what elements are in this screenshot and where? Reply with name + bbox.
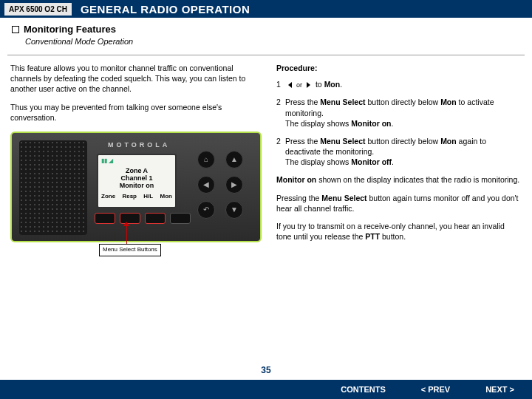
softkey-resp: Resp xyxy=(122,193,137,201)
radio-graphic: MOTOROLA ▮▮ ◢ Zone A Channel 1 Monitor o… xyxy=(10,132,262,242)
brand-label: MOTOROLA xyxy=(108,140,170,149)
procedure-heading: Procedure: xyxy=(276,63,522,73)
svg-marker-0 xyxy=(288,82,292,88)
step-1: 1 or to Mon. xyxy=(276,79,522,89)
nav-right-icon: ▶ xyxy=(225,176,243,194)
page-number: 35 xyxy=(261,365,270,380)
prev-link[interactable]: < PREV xyxy=(403,385,468,394)
note-monitor-off: Pressing the Menu Select button again tu… xyxy=(276,193,522,214)
intro-para-1: This feature allows you to monitor chann… xyxy=(10,63,263,95)
down-icon: ▼ xyxy=(225,201,243,219)
step-num-1: 1 xyxy=(276,79,285,89)
or-label: or xyxy=(296,81,302,89)
top-bar: APX 6500 O2 CH GENERAL RADIO OPERATION xyxy=(0,0,532,18)
section-title: Monitoring Features xyxy=(24,24,116,35)
footer-bar: CONTENTS < PREV NEXT > xyxy=(0,380,532,399)
model-tag: APX 6500 O2 CH xyxy=(4,3,72,16)
step-2-text: Press the Menu Select button directly be… xyxy=(285,97,522,129)
page-title: GENERAL RADIO OPERATION xyxy=(81,3,250,16)
softkey-hl: H/L xyxy=(143,193,153,201)
softkey-zone: Zone xyxy=(101,193,115,201)
right-column: Procedure: 1 or to Mon. 2 Press the Menu… xyxy=(276,63,522,249)
svg-marker-1 xyxy=(307,82,310,88)
menu-select-buttons xyxy=(95,213,191,224)
step-num-3: 2 xyxy=(276,136,285,168)
step-1-text: or to Mon. xyxy=(285,79,522,89)
softkey-mon: Mon xyxy=(160,193,172,201)
note-monitor-on: Monitor on shown on the display indicate… xyxy=(276,174,522,185)
step-2: 2 Press the Menu Select button directly … xyxy=(276,97,522,129)
back-icon: ↶ xyxy=(197,201,215,219)
radio-screen: ▮▮ ◢ Zone A Channel 1 Monitor on Zone Re… xyxy=(97,154,177,208)
screen-monitor: Monitor on xyxy=(101,182,172,189)
menu-btn-4 xyxy=(170,213,191,224)
bullet-icon xyxy=(12,26,19,33)
step-num-2: 2 xyxy=(276,97,285,129)
speaker-grille xyxy=(19,140,87,235)
next-link[interactable]: NEXT > xyxy=(468,385,532,394)
left-column: This feature allows you to monitor chann… xyxy=(10,63,263,249)
section-subtitle: Conventional Mode Operation xyxy=(25,37,520,46)
section-header: Monitoring Features Conventional Mode Op… xyxy=(0,18,532,49)
intro-para-2: Thus you may be prevented from talking o… xyxy=(10,102,263,123)
screen-channel: Channel 1 xyxy=(101,174,172,182)
home-icon: ⌂ xyxy=(197,151,215,168)
nav-left-icon: ◀ xyxy=(197,176,215,194)
menu-btn-1 xyxy=(95,213,115,224)
menu-btn-3 xyxy=(145,213,166,224)
step-3: 2 Press the Menu Select button directly … xyxy=(276,136,522,168)
step-3-text: Press the Menu Select button directly be… xyxy=(285,136,522,168)
softkey-row: Zone Resp H/L Mon xyxy=(101,193,172,201)
nav-pad: ⌂ ▲ ◀ ▶ ↶ ▼ xyxy=(189,151,251,219)
up-icon: ▲ xyxy=(225,151,243,168)
screen-zone: Zone A xyxy=(101,167,172,174)
nav-left-right-icon: or xyxy=(287,81,311,89)
screen-status-icons: ▮▮ ◢ xyxy=(101,157,172,166)
contents-link[interactable]: CONTENTS xyxy=(323,385,403,394)
note-ptt: If you try to transmit on a receive-only… xyxy=(276,221,522,242)
screen-text: Zone A Channel 1 Monitor on xyxy=(101,167,172,190)
callout-label: Menu Select Buttons xyxy=(99,244,161,256)
